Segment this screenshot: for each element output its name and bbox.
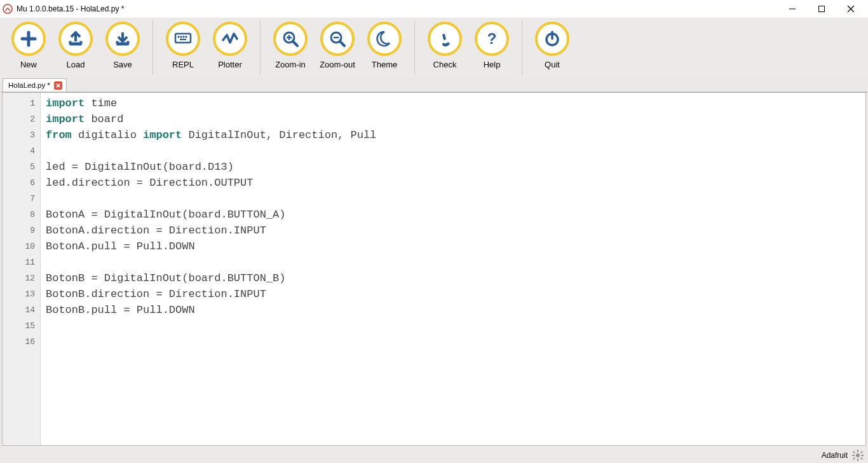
status-mode: Adafruit	[822, 451, 848, 460]
line-number: 4	[3, 143, 40, 159]
load-label: Load	[67, 60, 85, 69]
code-line[interactable]: BotonB.pull = Pull.DOWN	[46, 302, 865, 318]
repl-button[interactable]: REPL	[162, 20, 204, 75]
zoomout-label: Zoom-out	[320, 60, 355, 69]
close-button[interactable]	[836, 0, 865, 18]
zoomin-label: Zoom-in	[275, 60, 306, 69]
svg-point-0	[3, 4, 12, 13]
theme-icon	[367, 22, 402, 56]
line-number: 13	[3, 286, 40, 302]
code-line[interactable]: led = DigitalInOut(board.D13)	[46, 159, 865, 175]
line-number: 12	[3, 270, 40, 286]
editor[interactable]: 12345678910111213141516 import timeimpor…	[2, 92, 866, 446]
code-line[interactable]	[46, 334, 865, 350]
code-line[interactable]: BotonA = DigitalInOut(board.BUTTON_A)	[46, 207, 865, 223]
line-number: 15	[3, 318, 40, 334]
repl-icon	[166, 22, 200, 56]
tab-row: HolaLed.py *	[0, 78, 868, 92]
save-button[interactable]: Save	[102, 20, 144, 75]
toolbar: NewLoadSaveREPLPlotterZoom-inZoom-outThe…	[0, 18, 868, 78]
help-button[interactable]: Help	[471, 20, 513, 75]
status-bar: Adafruit	[0, 448, 868, 463]
new-button[interactable]: New	[8, 20, 50, 75]
tab-file[interactable]: HolaLed.py *	[3, 78, 67, 92]
line-number: 6	[3, 175, 40, 191]
svg-rect-2	[819, 6, 825, 12]
svg-rect-8	[857, 450, 858, 452]
code-line[interactable]	[46, 143, 865, 159]
check-icon	[428, 22, 462, 56]
line-number: 7	[3, 191, 40, 207]
code-line[interactable]: import board	[46, 111, 865, 127]
line-number: 16	[3, 334, 40, 350]
code-line[interactable]: BotonB.direction = Direction.INPUT	[46, 286, 865, 302]
code-area[interactable]: import timeimport boardfrom digitalio im…	[41, 93, 865, 445]
quit-label: Quit	[545, 60, 560, 69]
svg-rect-13	[860, 457, 863, 460]
line-number: 5	[3, 159, 40, 175]
plotter-button[interactable]: Plotter	[209, 20, 251, 75]
svg-rect-14	[853, 457, 855, 460]
line-number: 3	[3, 127, 40, 143]
code-line[interactable]	[46, 254, 865, 270]
code-line[interactable]: BotonB = DigitalInOut(board.BUTTON_B)	[46, 270, 865, 286]
zoomout-button[interactable]: Zoom-out	[316, 20, 358, 75]
maximize-button[interactable]	[807, 0, 836, 18]
svg-point-7	[856, 453, 860, 457]
title-bar: Mu 1.0.0.beta.15 - HolaLed.py *	[0, 0, 868, 18]
zoomin-button[interactable]: Zoom-in	[269, 20, 311, 75]
new-icon	[11, 22, 46, 56]
zoomout-icon	[320, 22, 355, 56]
window-controls	[778, 0, 865, 18]
theme-label: Theme	[372, 60, 397, 69]
line-number: 8	[3, 207, 40, 223]
line-number: 14	[3, 302, 40, 318]
gutter: 12345678910111213141516	[3, 93, 41, 445]
help-icon	[475, 22, 509, 56]
svg-rect-11	[861, 455, 864, 456]
line-number: 9	[3, 223, 40, 238]
svg-rect-10	[852, 455, 855, 456]
new-label: New	[20, 60, 37, 69]
minimize-button[interactable]	[778, 0, 807, 18]
theme-button[interactable]: Theme	[363, 20, 405, 75]
gear-icon[interactable]	[851, 449, 864, 462]
help-label: Help	[484, 60, 501, 69]
svg-rect-9	[857, 459, 858, 461]
app-icon	[3, 4, 13, 14]
load-button[interactable]: Load	[55, 20, 97, 75]
plotter-icon	[213, 22, 247, 56]
code-line[interactable]	[46, 191, 865, 207]
code-line[interactable]	[46, 318, 865, 334]
svg-rect-15	[860, 451, 863, 453]
quit-icon	[535, 22, 569, 56]
quit-button[interactable]: Quit	[531, 20, 573, 75]
check-label: Check	[433, 60, 457, 69]
code-line[interactable]: BotonA.direction = Direction.INPUT	[46, 223, 865, 238]
window-title: Mu 1.0.0.beta.15 - HolaLed.py *	[17, 4, 124, 13]
tab-label: HolaLed.py *	[8, 81, 50, 89]
code-line[interactable]: led.direction = Direction.OUTPUT	[46, 175, 865, 191]
tab-close-icon[interactable]	[54, 81, 62, 90]
line-number: 11	[3, 254, 40, 270]
code-line[interactable]: from digitalio import DigitalInOut, Dire…	[46, 127, 865, 143]
svg-rect-12	[853, 451, 855, 453]
save-icon	[105, 22, 140, 56]
repl-label: REPL	[172, 60, 194, 69]
line-number: 2	[3, 111, 40, 127]
line-number: 10	[3, 238, 40, 254]
code-line[interactable]: import time	[46, 95, 865, 111]
load-icon	[58, 22, 93, 56]
save-label: Save	[113, 60, 132, 69]
plotter-label: Plotter	[218, 60, 242, 69]
check-button[interactable]: Check	[424, 20, 466, 75]
code-line[interactable]: BotonA.pull = Pull.DOWN	[46, 238, 865, 254]
line-number: 1	[3, 95, 40, 111]
zoomin-icon	[273, 22, 308, 56]
